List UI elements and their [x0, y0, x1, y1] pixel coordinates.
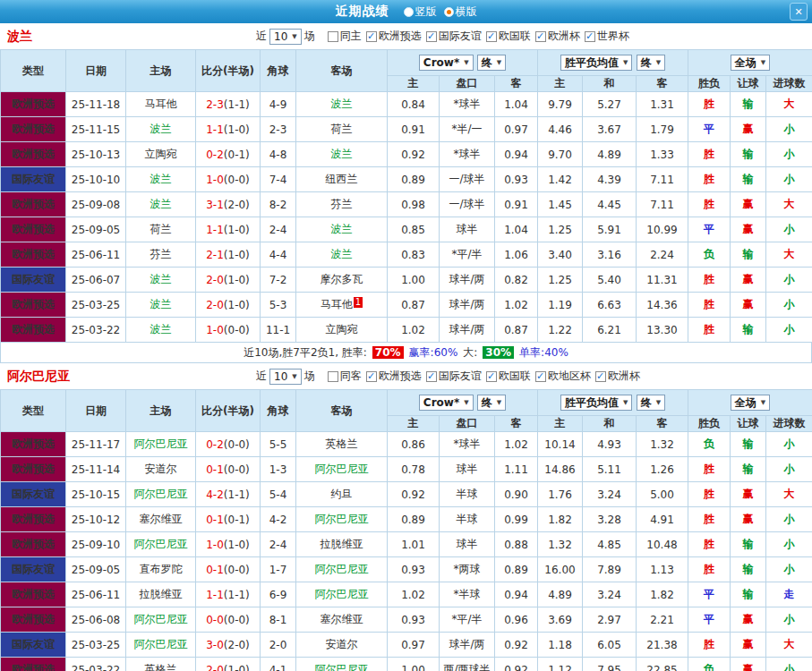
col-odds-away: 客 — [495, 76, 538, 92]
odds-final-select[interactable]: 终▼ — [477, 395, 506, 411]
corner-cell: 2-0 — [261, 633, 296, 658]
away-odds-cell: 0.92 — [495, 633, 538, 658]
checkbox-checked-icon: ✓ — [486, 31, 497, 42]
handicap-result-cell: 赢 — [731, 192, 766, 217]
odds-source-select[interactable]: Crow*▼ — [419, 55, 474, 71]
checkbox-checked-icon: ✓ — [366, 31, 377, 42]
away-team-cell: 摩尔多瓦 — [296, 268, 388, 293]
single-rate-text: 单率:40% — [519, 345, 568, 361]
match-date-cell: 25-09-05 — [66, 217, 126, 242]
dropdown-arrow-icon: ▼ — [623, 59, 628, 66]
match-type-cell: 欧洲预选 — [1, 293, 66, 318]
odds-source-select[interactable]: Crow*▼ — [419, 395, 474, 411]
layout-radio-label[interactable]: 横版 — [456, 4, 477, 20]
result-cell: 胜 — [688, 507, 731, 532]
half-time-score: (1-1) — [224, 98, 250, 111]
same-venue-checkbox[interactable]: 同主 — [328, 29, 362, 44]
full-time-score: 3-1 — [206, 199, 224, 211]
same-venue-checkbox[interactable]: 同客 — [328, 369, 362, 384]
score-cell: 4-2(1-1) — [196, 482, 261, 507]
match-row: 国际友谊25-10-10波兰1-0(0-0)7-4纽西兰0.89一/球半0.93… — [1, 167, 812, 192]
home-odds-cell: 0.87 — [388, 293, 440, 318]
avg-home-cell: 1.76 — [538, 482, 583, 507]
scope-select[interactable]: 全场▼ — [731, 55, 770, 71]
competition-filter-checkbox[interactable]: ✓欧地区杯 — [535, 369, 591, 384]
score-cell: 1-1(1-0) — [196, 117, 261, 142]
competition-filter-checkbox-label: 国际友谊 — [439, 29, 482, 44]
home-team-cell: 直布罗陀 — [126, 557, 196, 582]
away-team-name: 阿尔巴尼亚 — [315, 463, 369, 475]
goals-cell: 小 — [766, 607, 812, 633]
layout-radio-icon[interactable] — [404, 7, 414, 17]
close-button[interactable]: ✕ — [790, 3, 808, 21]
summary-bar: 近10场,胜7平2负1, 胜率: 70% 赢率:60% 大: 30% 单率:40… — [0, 343, 812, 363]
avg-draw-cell: 5.91 — [583, 217, 637, 242]
checkbox-checked-icon: ✓ — [426, 31, 437, 42]
goals-cell: 小 — [766, 142, 812, 167]
avg-away-cell: 1.79 — [637, 117, 688, 142]
goals-cell: 小 — [766, 557, 812, 582]
competition-filter-checkbox[interactable]: ✓欧洲杯 — [535, 29, 580, 44]
match-date-cell: 25-10-15 — [66, 482, 126, 507]
away-odds-cell: 0.96 — [495, 607, 538, 633]
home-odds-cell: 0.93 — [388, 557, 440, 582]
handicap-cell: 半球 — [440, 482, 495, 507]
avg-final-select[interactable]: 终▼ — [637, 395, 665, 411]
home-team-name: 芬兰 — [150, 248, 172, 260]
match-row: 欧洲预选25-11-14安道尔0-1(0-0)1-3阿尔巴尼亚0.78球半1.1… — [1, 457, 812, 482]
avg-draw-cell: 4.93 — [583, 432, 637, 457]
full-time-score: 1-0 — [206, 324, 224, 336]
result-cell: 胜 — [688, 142, 731, 167]
competition-filter-checkbox[interactable]: ✓世界杯 — [585, 29, 629, 44]
match-type-cell: 欧洲预选 — [1, 532, 66, 557]
corner-cell: 8-2 — [261, 192, 296, 217]
avg-home-cell: 10.14 — [538, 432, 583, 457]
avg-final-value: 终 — [641, 395, 652, 411]
competition-filter-checkbox[interactable]: ✓欧洲预选 — [366, 29, 422, 44]
handicap-cell: *平/半 — [440, 242, 495, 268]
near-count-select[interactable]: 10▼ — [269, 369, 302, 385]
avg-odds-select[interactable]: 胜平负均值▼ — [560, 55, 632, 71]
section-albania: 阿尔巴尼亚 近10▼场同客✓欧洲预选✓国际友谊✓欧国联✓欧地区杯✓欧洲杯 类型 … — [0, 363, 812, 671]
handicap-result-cell: 输 — [731, 242, 766, 268]
avg-away-cell: 1.13 — [637, 557, 688, 582]
competition-filter-checkbox[interactable]: ✓欧国联 — [486, 369, 531, 384]
goals-cell: 小 — [766, 268, 812, 293]
competition-filter-checkbox[interactable]: ✓国际友谊 — [426, 29, 482, 44]
section-head: 波兰 近10▼场同主✓欧洲预选✓国际友谊✓欧国联✓欧洲杯✓世界杯 — [0, 23, 812, 49]
odds-final-select[interactable]: 终▼ — [477, 55, 506, 71]
home-team-name: 波兰 — [150, 323, 172, 336]
scope-select[interactable]: 全场▼ — [731, 395, 770, 411]
match-row: 欧洲预选25-06-11芬兰2-1(1-0)4-4波兰0.83*平/半1.063… — [1, 242, 812, 268]
avg-odds-select[interactable]: 胜平负均值▼ — [560, 395, 632, 411]
result-cell: 负 — [688, 432, 731, 457]
checkbox-unchecked-icon — [328, 31, 338, 42]
match-type-cell: 国际友谊 — [1, 557, 66, 582]
full-time-score: 1-1 — [206, 589, 224, 601]
near-count-select[interactable]: 10▼ — [269, 29, 302, 45]
full-time-score: 1-1 — [206, 224, 224, 236]
col-avg-away: 客 — [637, 416, 688, 432]
avg-away-cell: 11.31 — [637, 268, 688, 293]
near-count-select-value: 10 — [274, 370, 287, 383]
col-score: 比分(半场) — [196, 50, 261, 92]
goals-cell: 小 — [766, 167, 812, 192]
same-venue-checkbox-label: 同客 — [340, 369, 362, 384]
half-time-score: (0-1) — [224, 149, 250, 161]
avg-final-select[interactable]: 终▼ — [637, 55, 665, 71]
goals-cell: 大 — [766, 92, 812, 117]
col-avg-draw: 和 — [583, 416, 637, 432]
big-label: 大: — [463, 345, 477, 361]
competition-filter-checkbox[interactable]: ✓欧国联 — [486, 29, 531, 44]
avg-draw-cell: 3.16 — [583, 242, 637, 268]
avg-odds-group-header: 胜平负均值▼ 终▼ — [538, 390, 688, 416]
competition-filter-checkbox[interactable]: ✓国际友谊 — [426, 369, 482, 384]
layout-radio-label[interactable]: 竖版 — [415, 4, 437, 20]
score-cell: 0-2(0-1) — [196, 142, 261, 167]
avg-draw-cell: 4.39 — [583, 167, 637, 192]
layout-radio-selected-icon[interactable] — [444, 7, 454, 17]
competition-filter-checkbox[interactable]: ✓欧洲杯 — [595, 369, 640, 384]
competition-filter-checkbox[interactable]: ✓欧洲预选 — [366, 369, 422, 384]
dropdown-arrow-icon: ▼ — [656, 59, 661, 66]
col-score: 比分(半场) — [196, 390, 261, 432]
